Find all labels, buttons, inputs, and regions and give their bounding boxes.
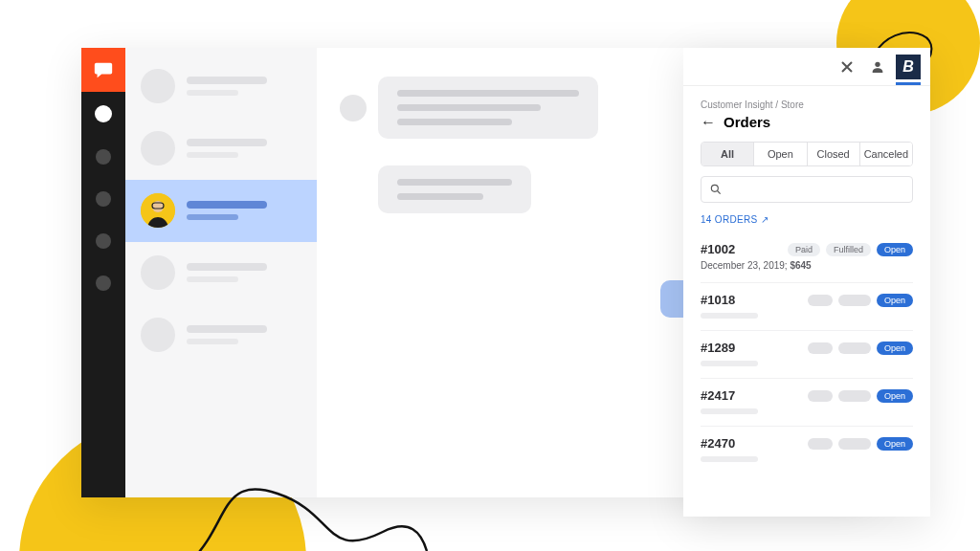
order-row[interactable]: #1002 Paid Fulfilled Open December 23, 2… (701, 232, 913, 283)
app-logo[interactable] (81, 48, 125, 92)
side-panel: B Customer Insight / Store ← Orders All … (683, 48, 930, 517)
status-pill-placeholder (808, 438, 833, 450)
search-input[interactable] (701, 176, 913, 203)
avatar (141, 255, 175, 290)
order-row[interactable]: #2417 Open (701, 379, 913, 427)
status-pill-placeholder (838, 438, 871, 450)
conversation-item-selected[interactable] (125, 180, 317, 242)
filter-open[interactable]: Open (753, 143, 806, 165)
order-id: #1289 (701, 341, 802, 355)
external-link-icon: ↗ (761, 214, 768, 225)
panel-tabs: B (683, 48, 930, 86)
order-row[interactable]: #1289 Open (701, 331, 913, 379)
status-pill-open: Open (877, 342, 913, 355)
svg-point-3 (875, 61, 880, 66)
back-button[interactable]: ← Orders (701, 114, 913, 130)
status-pill-placeholder (808, 390, 833, 402)
status-pill-fulfilled: Fulfilled (826, 243, 871, 256)
conversation-item[interactable] (125, 55, 317, 118)
conversation-list (125, 48, 317, 497)
bigcommerce-tab[interactable]: B (896, 55, 921, 79)
message-bubble (378, 165, 531, 213)
status-pill-placeholder (838, 295, 871, 306)
svg-point-4 (711, 185, 718, 191)
close-icon[interactable] (835, 55, 859, 79)
filter-all[interactable]: All (702, 143, 753, 165)
chat-logo-icon (93, 59, 114, 80)
status-pill-placeholder (808, 295, 833, 306)
filter-canceled[interactable]: Canceled (859, 143, 912, 165)
conversation-item[interactable] (125, 304, 317, 366)
nav-rail (81, 48, 125, 497)
order-row[interactable]: #1018 Open (701, 283, 913, 331)
filter-closed[interactable]: Closed (807, 143, 859, 165)
order-id: #2417 (701, 388, 802, 403)
nav-dot-1[interactable] (95, 105, 112, 122)
status-pill-open: Open (877, 294, 913, 307)
conversation-item[interactable] (125, 118, 317, 180)
conversation-item[interactable] (125, 242, 317, 304)
svg-line-5 (718, 191, 721, 194)
avatar (141, 318, 175, 352)
decor-scribble-bottom (182, 465, 431, 551)
arrow-left-icon: ← (701, 115, 716, 130)
placeholder-line (701, 456, 758, 462)
nav-dot-4[interactable] (96, 233, 111, 249)
placeholder-line (701, 361, 758, 366)
order-id: #1002 (701, 242, 782, 256)
panel-title: Orders (724, 114, 770, 130)
search-icon (709, 183, 723, 196)
nav-dot-3[interactable] (96, 191, 111, 207)
status-pill-open: Open (877, 437, 913, 451)
nav-dot-5[interactable] (96, 276, 111, 291)
filter-segmented: All Open Closed Canceled (701, 142, 913, 166)
breadcrumb: Customer Insight / Store (701, 99, 913, 110)
message-bubble (378, 77, 598, 139)
status-pill-placeholder (838, 390, 871, 402)
placeholder-line (701, 408, 758, 414)
avatar (141, 193, 175, 228)
avatar (340, 95, 367, 121)
status-pill-open: Open (877, 243, 913, 256)
order-id: #2470 (701, 436, 802, 451)
avatar (141, 69, 175, 103)
order-id: #1018 (701, 293, 802, 307)
person-icon[interactable] (865, 55, 890, 79)
avatar (141, 131, 175, 165)
order-meta: December 23, 2019; $645 (701, 260, 913, 271)
status-pill-placeholder (808, 342, 833, 354)
orders-count[interactable]: 14 ORDERS ↗ (701, 214, 913, 225)
placeholder-line (701, 313, 758, 319)
status-pill-paid: Paid (788, 243, 820, 256)
order-row[interactable]: #2470 Open (701, 427, 913, 474)
status-pill-placeholder (838, 342, 871, 354)
status-pill-open: Open (877, 389, 913, 403)
nav-dot-2[interactable] (96, 149, 111, 165)
